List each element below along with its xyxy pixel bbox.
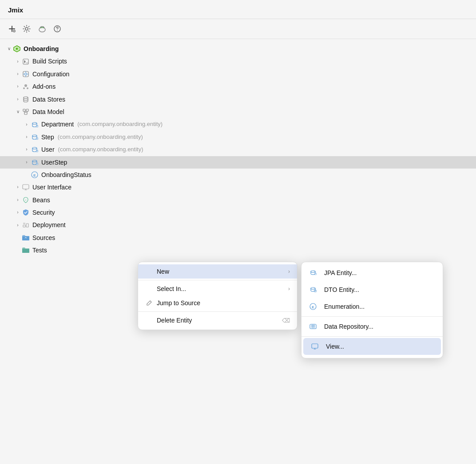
chevron-right-icon: › bbox=[23, 121, 30, 128]
context-menu-item-select-in[interactable]: Select In... › bbox=[138, 282, 297, 296]
addon-icon bbox=[21, 82, 30, 91]
tree-item-data-model[interactable]: ∨ Data Model bbox=[0, 106, 476, 118]
context-menu-item-delete-entity[interactable]: Delete Entity ⌫ bbox=[138, 313, 297, 327]
data-repository-label: Data Repository... bbox=[324, 323, 373, 330]
tree-item-department[interactable]: › Department (com.company.onboarding.ent… bbox=[0, 118, 476, 130]
build-scripts-icon bbox=[21, 57, 30, 66]
svg-point-7 bbox=[41, 27, 42, 28]
monitor-icon bbox=[310, 342, 319, 351]
data-repository-icon bbox=[309, 322, 317, 331]
configuration-label: Configuration bbox=[32, 69, 69, 79]
data-model-icon bbox=[21, 107, 30, 116]
enumeration-label: Enumeration... bbox=[324, 303, 365, 310]
context-menu-item-jump-to-source[interactable]: Jump to Source bbox=[138, 296, 297, 310]
tree-item-build-scripts[interactable]: › Build Scripts bbox=[0, 55, 476, 67]
submenu-item-jpa-entity[interactable]: JPA Entity... bbox=[301, 264, 443, 281]
tree-item-data-stores[interactable]: › Data Stores bbox=[0, 93, 476, 106]
tree-area: ∨ Onboarding › Build Scripts bbox=[0, 39, 476, 454]
add-button[interactable] bbox=[6, 24, 18, 34]
submenu-item-enumeration[interactable]: E Enumeration... bbox=[301, 298, 443, 315]
tests-folder-icon bbox=[21, 246, 30, 255]
gradle-button[interactable] bbox=[36, 24, 49, 34]
chevron-right-icon: › bbox=[14, 96, 21, 103]
svg-point-50 bbox=[311, 287, 315, 289]
context-menu: New › Select In... › Jump to Source Dele… bbox=[138, 262, 298, 330]
svg-point-28 bbox=[32, 135, 37, 137]
tree-item-userstep[interactable]: › UserStep bbox=[0, 156, 476, 169]
svg-point-19 bbox=[27, 87, 28, 89]
beans-label: Beans bbox=[32, 195, 50, 205]
userstep-label: UserStep bbox=[41, 157, 67, 167]
settings-button[interactable] bbox=[20, 24, 33, 34]
chevron-right-icon: › bbox=[14, 71, 21, 78]
chevron-right-icon: › bbox=[14, 58, 21, 65]
tree-item-user-interface[interactable]: › User Interface bbox=[0, 181, 476, 193]
build-scripts-label: Build Scripts bbox=[32, 56, 67, 66]
jpa-entity-label: JPA Entity... bbox=[324, 269, 357, 276]
tree-item-addons[interactable]: › Add-ons bbox=[0, 80, 476, 93]
submenu-item-view[interactable]: View... bbox=[303, 338, 441, 355]
security-label: Security bbox=[32, 208, 55, 217]
entity-icon bbox=[30, 120, 39, 129]
delete-entity-label: Delete Entity bbox=[157, 317, 192, 324]
separator bbox=[301, 336, 443, 337]
select-in-label: Select In... bbox=[157, 285, 186, 292]
chevron-down-icon: ∨ bbox=[14, 108, 21, 115]
svg-point-13 bbox=[16, 48, 18, 50]
chevron-right-icon: › bbox=[23, 146, 30, 153]
separator bbox=[301, 316, 443, 317]
svg-point-5 bbox=[25, 28, 28, 30]
submenu: JPA Entity... D DTO Entity... E bbox=[301, 262, 443, 358]
separator bbox=[138, 280, 297, 280]
svg-point-36 bbox=[32, 160, 37, 162]
onboarding-icon bbox=[12, 44, 21, 53]
jump-to-source-label: Jump to Source bbox=[157, 299, 200, 307]
data-model-label: Data Model bbox=[32, 107, 64, 117]
tree-item-user[interactable]: › User (com.company.onboarding.entity) bbox=[0, 143, 476, 156]
chevron-right-icon: › bbox=[23, 134, 30, 141]
help-button[interactable] bbox=[52, 24, 63, 34]
tree-item-security[interactable]: › Security bbox=[0, 206, 476, 219]
title-bar: Jmix bbox=[0, 0, 476, 19]
svg-point-17 bbox=[24, 84, 27, 87]
security-shield-icon bbox=[21, 208, 30, 217]
submenu-item-data-repository[interactable]: Data Repository... bbox=[301, 318, 443, 335]
app-title: Jmix bbox=[8, 6, 23, 14]
deployment-label: Deployment bbox=[32, 220, 66, 230]
svg-text:D: D bbox=[314, 290, 316, 293]
svg-rect-47 bbox=[314, 273, 317, 275]
svg-point-18 bbox=[23, 87, 25, 89]
context-menu-item-new[interactable]: New › bbox=[138, 264, 297, 279]
pencil-icon bbox=[145, 300, 153, 306]
tree-root[interactable]: ∨ Onboarding bbox=[0, 43, 476, 55]
svg-rect-45 bbox=[23, 223, 25, 224]
tree-item-beans[interactable]: › Beans bbox=[0, 194, 476, 206]
tree-item-onboarding-status[interactable]: E OnboardingStatus bbox=[0, 169, 476, 181]
svg-rect-44 bbox=[26, 224, 28, 227]
svg-text:E: E bbox=[33, 173, 36, 177]
onboarding-status-label: OnboardingStatus bbox=[41, 170, 91, 180]
svg-rect-55 bbox=[310, 324, 316, 329]
submenu-arrow-icon: › bbox=[288, 268, 290, 275]
tree-item-tests[interactable]: Tests bbox=[0, 244, 476, 256]
svg-point-16 bbox=[25, 73, 27, 75]
enum-icon: E bbox=[30, 170, 39, 179]
tree-item-deployment[interactable]: › Deployment bbox=[0, 219, 476, 231]
view-label: View... bbox=[326, 343, 344, 350]
chevron-down-icon: ∨ bbox=[5, 45, 12, 52]
step-label: Step bbox=[41, 132, 54, 142]
svg-rect-25 bbox=[36, 125, 38, 127]
enumeration-icon: E bbox=[309, 302, 317, 311]
tree-item-configuration[interactable]: › Configuration bbox=[0, 68, 476, 80]
submenu-item-dto-entity[interactable]: D DTO Entity... bbox=[301, 281, 443, 298]
chevron-right-icon: › bbox=[14, 83, 21, 90]
main-panel: Jmix bbox=[0, 0, 476, 464]
tests-label: Tests bbox=[32, 245, 47, 255]
entity-icon bbox=[30, 158, 39, 167]
chevron-right-icon: › bbox=[14, 222, 21, 229]
tree-item-sources[interactable]: Sources bbox=[0, 232, 476, 244]
addons-label: Add-ons bbox=[32, 82, 56, 91]
ui-icon bbox=[21, 183, 30, 192]
tree-item-step[interactable]: › Step (com.company.onboarding.entity) bbox=[0, 131, 476, 143]
sources-label: Sources bbox=[32, 233, 55, 243]
